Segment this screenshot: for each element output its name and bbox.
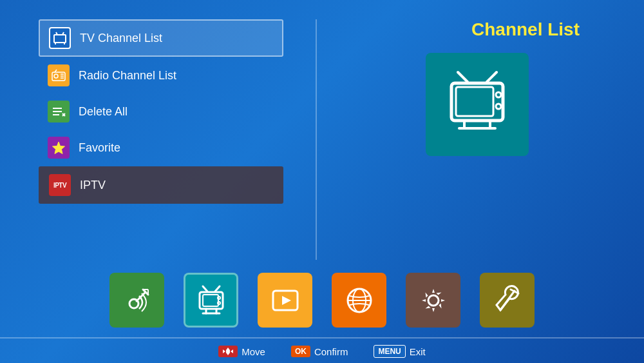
tv-icon-box xyxy=(426,53,529,156)
menu-item-delete-all-label: Delete All xyxy=(79,105,128,119)
svg-line-46 xyxy=(500,291,515,310)
tools-button[interactable] xyxy=(480,273,535,328)
panel-title: Channel List xyxy=(471,19,605,40)
tv-button[interactable] xyxy=(184,273,238,328)
menu-item-iptv[interactable]: IPTV IPTV xyxy=(39,166,283,204)
menu-item-radio-channel-list-label: Radio Channel List xyxy=(79,69,176,83)
svg-point-45 xyxy=(428,295,439,306)
tv-preview-icon xyxy=(442,69,513,140)
menu-label: Exit xyxy=(410,346,426,357)
svg-point-21 xyxy=(496,92,501,97)
delete-all-icon xyxy=(48,101,70,123)
menu-item-radio-channel-list[interactable]: Radio Channel List xyxy=(39,58,283,93)
svg-line-17 xyxy=(458,72,468,82)
ok-label: Confirm xyxy=(314,346,348,357)
svg-marker-49 xyxy=(231,349,233,353)
settings-button[interactable] xyxy=(406,273,460,328)
svg-marker-48 xyxy=(223,349,225,353)
iptv-icon: IPTV xyxy=(49,174,71,196)
move-key-badge xyxy=(218,346,238,357)
svg-rect-20 xyxy=(456,87,493,116)
content-area: TV Channel List Radio Channel List xyxy=(0,0,644,266)
radio-channel-list-icon xyxy=(48,64,70,86)
menu-item-tv-channel-list-label: TV Channel List xyxy=(80,32,162,45)
globe-button[interactable] xyxy=(332,273,386,328)
svg-marker-16 xyxy=(53,142,65,154)
menu-item-tv-channel-list[interactable]: TV Channel List xyxy=(39,19,283,57)
svg-marker-41 xyxy=(282,296,291,305)
separator-line xyxy=(0,337,644,338)
ok-key-badge: OK xyxy=(291,346,310,357)
right-panel: Channel List xyxy=(349,19,605,260)
move-label: Move xyxy=(242,346,265,357)
svg-point-22 xyxy=(496,104,501,109)
status-bar: Move OK Confirm MENU Exit xyxy=(0,341,644,363)
ok-hint: OK Confirm xyxy=(291,346,348,357)
svg-line-18 xyxy=(487,72,497,82)
vertical-divider xyxy=(316,19,317,260)
favorite-icon xyxy=(48,137,70,159)
menu-panel: TV Channel List Radio Channel List xyxy=(39,19,283,260)
menu-item-favorite[interactable]: Favorite xyxy=(39,130,283,165)
main-container: TV Channel List Radio Channel List xyxy=(0,0,644,363)
svg-marker-50 xyxy=(226,348,230,350)
menu-hint: MENU Exit xyxy=(374,345,425,358)
menu-item-favorite-label: Favorite xyxy=(79,141,120,155)
tv-channel-list-icon xyxy=(49,27,71,49)
svg-line-31 xyxy=(203,286,207,291)
menu-item-iptv-label: IPTV xyxy=(80,179,106,192)
svg-rect-34 xyxy=(203,295,218,306)
video-button[interactable] xyxy=(258,273,312,328)
menu-key-badge: MENU xyxy=(374,345,405,358)
svg-rect-52 xyxy=(226,350,230,353)
move-hint: Move xyxy=(218,346,265,357)
svg-line-32 xyxy=(215,286,220,291)
bottom-toolbar xyxy=(0,266,644,337)
svg-marker-51 xyxy=(226,353,230,355)
svg-point-6 xyxy=(54,74,58,78)
svg-rect-0 xyxy=(54,35,66,43)
satellite-button[interactable] xyxy=(109,273,164,328)
menu-item-delete-all[interactable]: Delete All xyxy=(39,94,283,129)
